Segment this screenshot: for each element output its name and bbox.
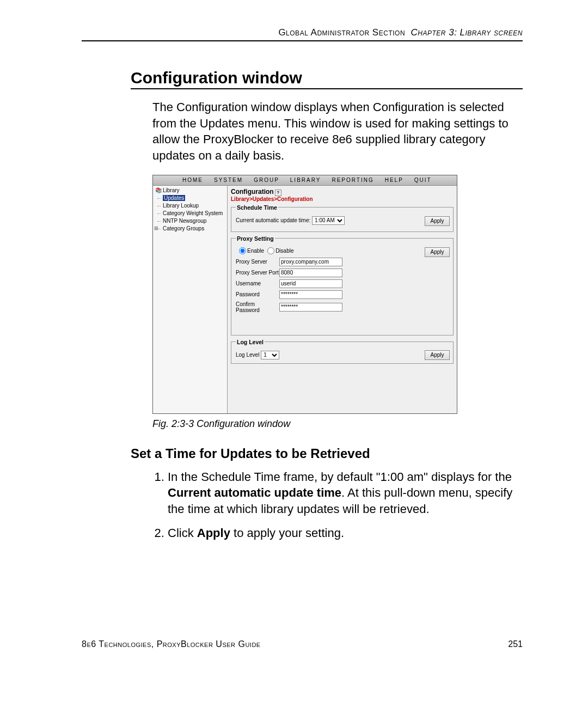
header-section: Global Administrator Section <box>278 27 405 38</box>
menu-quit[interactable]: QUIT <box>409 176 437 184</box>
sidebar-tree: Library Updates Library Lookup Category … <box>153 186 228 413</box>
breadcrumb: Library>Updates>Configuration <box>231 196 454 202</box>
menu-library[interactable]: LIBRARY <box>285 176 327 184</box>
menu-group[interactable]: GROUP <box>248 176 285 184</box>
proxy-apply-button[interactable]: Apply <box>425 247 450 257</box>
menu-home[interactable]: HOME <box>177 176 209 184</box>
page-footer: 8e6 Technologies, ProxyBlocker User Guid… <box>82 639 523 649</box>
content-title: Configuration? <box>231 188 454 196</box>
tree-item-library-lookup[interactable]: Library Lookup <box>155 202 227 210</box>
schedule-label: Current automatic update time: <box>236 217 310 223</box>
username-input[interactable] <box>279 279 342 288</box>
intro-paragraph: The Configuration window displays when C… <box>152 99 523 164</box>
proxy-enable-radio[interactable] <box>239 247 246 254</box>
menubar: HOME SYSTEM GROUP LIBRARY REPORTING HELP… <box>153 175 457 186</box>
tree-item-category-groups[interactable]: Category Groups <box>155 225 227 233</box>
tree-item-nntp[interactable]: NNTP Newsgroup <box>155 217 227 225</box>
page-header: Global Administrator Section Chapter 3: … <box>82 27 523 41</box>
proxy-setting-group: Proxy Setting Enable Disable Proxy Serve… <box>231 235 454 335</box>
schedule-legend: Schedule Time <box>236 204 278 211</box>
proxy-legend: Proxy Setting <box>236 235 275 242</box>
password-input[interactable] <box>279 290 342 299</box>
figure-caption: Fig. 2:3-3 Configuration window <box>152 418 523 430</box>
footer-left: 8e6 Technologies, ProxyBlocker User Guid… <box>82 639 261 649</box>
proxy-server-label: Proxy Server <box>236 259 279 265</box>
log-apply-button[interactable]: Apply <box>425 350 450 360</box>
header-chapter-title: Library screen <box>460 27 523 38</box>
page-number: 251 <box>508 639 523 649</box>
schedule-apply-button[interactable]: Apply <box>425 216 450 226</box>
confirm-password-input[interactable] <box>279 303 342 312</box>
tree-root[interactable]: Library <box>155 187 227 194</box>
header-chapter-prefix: Chapter 3: <box>411 27 460 38</box>
schedule-time-group: Schedule Time Current automatic update t… <box>231 204 454 232</box>
proxy-port-label: Proxy Server Port <box>236 270 279 276</box>
subsection-title: Set a Time for Updates to be Retrieved <box>131 446 523 461</box>
tree-item-category-weight[interactable]: Category Weight System <box>155 210 227 217</box>
proxy-disable-label: Disable <box>275 248 293 254</box>
menu-help[interactable]: HELP <box>379 176 409 184</box>
menu-system[interactable]: SYSTEM <box>209 176 248 184</box>
update-time-select[interactable]: 1:00 AM <box>312 216 345 225</box>
step-2: Click Apply to apply your setting. <box>168 525 523 541</box>
proxy-disable-radio[interactable] <box>267 247 274 254</box>
configuration-window-screenshot: HOME SYSTEM GROUP LIBRARY REPORTING HELP… <box>152 175 457 414</box>
help-icon[interactable]: ? <box>275 190 281 196</box>
log-level-group: Log Level Log Level 1 Apply <box>231 339 454 364</box>
username-label: Username <box>236 280 279 286</box>
tree-item-updates[interactable]: Updates <box>155 194 227 202</box>
steps-list: In the Schedule Time frame, by default "… <box>152 469 523 541</box>
log-level-label: Log Level <box>236 352 259 358</box>
menu-reporting[interactable]: REPORTING <box>326 176 379 184</box>
log-legend: Log Level <box>236 339 265 345</box>
password-label: Password <box>236 291 279 297</box>
content-panel: Configuration? Library>Updates>Configura… <box>228 186 457 413</box>
step-1: In the Schedule Time frame, by default "… <box>168 469 523 517</box>
section-title: Configuration window <box>131 69 523 89</box>
proxy-port-input[interactable] <box>279 268 342 277</box>
confirm-password-label: Confirm Password <box>236 301 279 313</box>
proxy-server-input[interactable] <box>279 258 342 266</box>
log-level-select[interactable]: 1 <box>261 351 279 359</box>
proxy-enable-label: Enable <box>247 248 264 254</box>
